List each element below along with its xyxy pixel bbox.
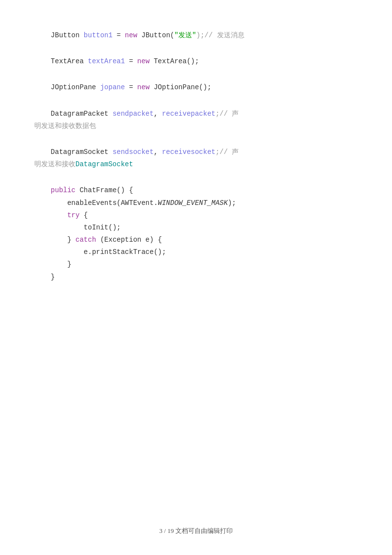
code-segment: , — [154, 110, 162, 118]
code-segment: textArea1 — [88, 57, 125, 65]
code-segment — [34, 186, 51, 194]
code-line: TextArea textArea1 = new TextArea(); — [34, 55, 358, 68]
code-segment: ); — [228, 199, 236, 207]
code-segment: );// 发送消息 — [196, 31, 245, 39]
code-segment — [34, 211, 67, 219]
code-segment: "发送" — [174, 31, 196, 39]
code-segment: sendsocket — [113, 148, 154, 156]
code-segment: } — [34, 273, 55, 281]
code-line: JButton button1 = new JButton("发送");// 发… — [34, 29, 358, 42]
code-segment: (Exception e) { — [96, 236, 162, 244]
code-segment: } — [34, 236, 75, 244]
code-segment: } — [34, 260, 72, 268]
code-line: DatagramPacket sendpacket, receivepacket… — [34, 108, 358, 120]
code-segment: JButton( — [137, 31, 174, 39]
code-segment: toInit(); — [34, 224, 121, 231]
code-segment: DatagramSocket — [34, 148, 113, 156]
code-segment: e.printStackTrace(); — [34, 248, 166, 256]
code-segment: = — [125, 57, 137, 65]
code-segment: TextArea — [34, 57, 88, 65]
code-segment: DatagramSocket — [75, 160, 133, 168]
code-line: 明发送和接收DatagramSocket — [34, 158, 358, 171]
code-segment: button1 — [84, 31, 113, 39]
code-line: } — [34, 258, 358, 271]
code-segment: ;// 声 — [216, 110, 239, 118]
code-block: JButton button1 = new JButton("发送");// 发… — [34, 29, 358, 283]
code-spacer — [34, 42, 358, 55]
code-line: } catch (Exception e) { — [34, 234, 358, 246]
code-spacer — [34, 94, 358, 108]
code-line: JOptionPane jopane = new JOptionPane(); — [34, 81, 358, 94]
code-line: enableEvents(AWTEvent.WINDOW_EVENT_MASK)… — [34, 197, 358, 209]
code-segment: = — [125, 83, 137, 91]
footer-text: 3 / 19 文档可自由编辑打印 — [159, 527, 233, 534]
code-segment: public — [51, 186, 75, 194]
code-segment: JButton — [34, 31, 84, 39]
code-line: try { — [34, 209, 358, 222]
code-line: } — [34, 271, 358, 283]
code-spacer — [34, 171, 358, 184]
code-segment: jopane — [100, 83, 124, 91]
code-segment: receivesocket — [162, 148, 215, 156]
code-line: DatagramSocket sendsocket, receivesocket… — [34, 146, 358, 158]
code-line: 明发送和接收数据包 — [34, 120, 358, 132]
code-line: public ChatFrame() { — [34, 184, 358, 197]
code-segment: 明发送和接收数据包 — [34, 122, 96, 130]
code-segment: try — [67, 211, 79, 219]
code-segment: ;// 声 — [216, 148, 239, 156]
code-line: toInit(); — [34, 222, 358, 234]
code-segment: JOptionPane(); — [149, 83, 211, 91]
code-segment: = — [113, 31, 125, 39]
code-segment: catch — [75, 236, 96, 244]
code-segment: , — [154, 148, 162, 156]
code-segment: new — [137, 83, 149, 91]
footer: 3 / 19 文档可自由编辑打印 — [0, 527, 392, 535]
code-line: e.printStackTrace(); — [34, 246, 358, 258]
code-segment: 明发送和接收 — [34, 160, 75, 168]
code-segment: WINDOW_EVENT_MASK — [158, 199, 228, 207]
code-segment: sendpacket — [113, 110, 154, 118]
code-segment: TextArea(); — [149, 57, 199, 65]
code-spacer — [34, 132, 358, 146]
code-segment: { — [79, 211, 88, 219]
code-segment: new — [137, 57, 149, 65]
code-segment: enableEvents(AWTEvent. — [34, 199, 158, 207]
code-spacer — [34, 68, 358, 81]
code-segment: DatagramPacket — [34, 110, 113, 118]
code-segment: ChatFrame() { — [75, 186, 133, 194]
code-segment: JOptionPane — [34, 83, 100, 91]
page-content: JButton button1 = new JButton("发送");// 发… — [0, 0, 392, 323]
code-segment: receivepacket — [162, 110, 215, 118]
code-segment: new — [125, 31, 137, 39]
